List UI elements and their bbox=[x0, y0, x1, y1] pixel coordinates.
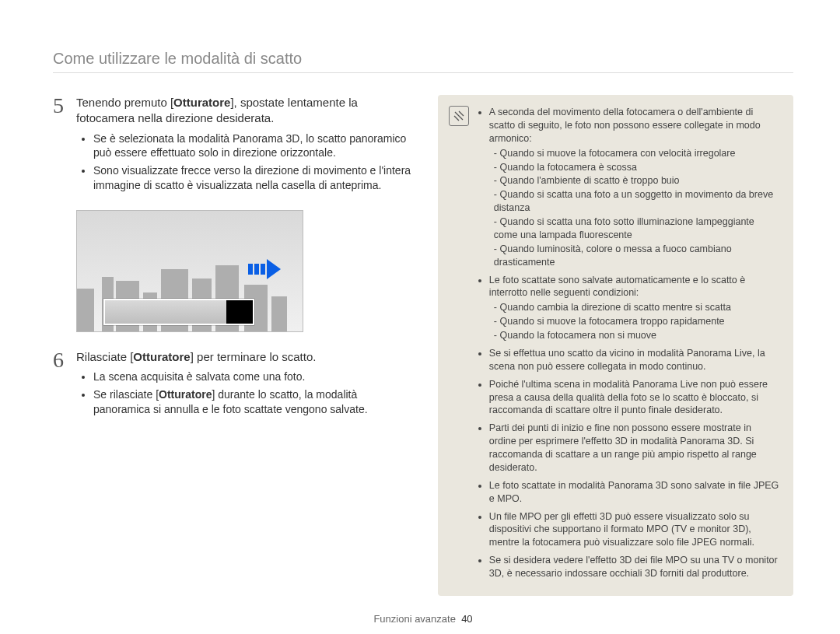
left-column: 5 Tenendo premuto [Otturatore], spostate… bbox=[53, 95, 416, 596]
svg-marker-3 bbox=[267, 259, 281, 279]
bullet: Se rilasciate [Otturatore] durante lo sc… bbox=[93, 387, 416, 417]
note-dash: Quando la fotocamera è scossa bbox=[494, 161, 779, 174]
lead-text: ] per terminare lo scatto. bbox=[191, 350, 317, 363]
svg-rect-2 bbox=[261, 264, 265, 275]
note-item: Le foto scattate in modalità Panorama 3D… bbox=[489, 479, 779, 506]
shutter-label: Otturatore bbox=[159, 388, 212, 401]
progress-strip bbox=[103, 299, 254, 325]
note-item: Parti dei punti di inizio e fine non pos… bbox=[489, 422, 779, 475]
bullet: Se è selezionata la modalità Panorama 3D… bbox=[93, 131, 416, 161]
note-text: Le foto scattate sono salvate automatica… bbox=[489, 275, 745, 299]
note-item: Poiché l'ultima scena in modalità Panora… bbox=[489, 378, 779, 418]
lead-text: Tenendo premuto [ bbox=[76, 96, 173, 109]
page-footer: Funzioni avanzate 40 bbox=[53, 613, 793, 625]
step-number: 6 bbox=[53, 349, 76, 426]
step-bullets: Se è selezionata la modalità Panorama 3D… bbox=[78, 131, 416, 194]
note-item: Se si effettua uno scatto da vicino in m… bbox=[489, 347, 779, 373]
notes-list: A seconda del movimento della fotocamera… bbox=[478, 106, 779, 580]
note-dash: Quando si muove la fotocamera con veloci… bbox=[494, 147, 779, 160]
note-dash: Quando luminosità, colore o messa a fuoc… bbox=[494, 243, 779, 269]
note-item: A seconda del movimento della fotocamera… bbox=[489, 106, 779, 269]
note-dash: Quando si scatta una foto sotto illumina… bbox=[494, 215, 779, 242]
note-dash: Quando l'ambiente di scatto è troppo bui… bbox=[494, 174, 779, 187]
note-icon bbox=[449, 106, 469, 126]
step-6: 6 Rilasciate [Otturatore] per terminare … bbox=[53, 349, 416, 426]
step-bullets: La scena acquisita è salvata come una fo… bbox=[78, 370, 416, 417]
note-dash: Quando si muove la fotocamera troppo rap… bbox=[494, 315, 779, 328]
direction-arrow-icon bbox=[248, 259, 281, 282]
page-number: 40 bbox=[461, 613, 472, 625]
note-dash: Quando si scatta una foto a un soggetto … bbox=[494, 188, 779, 215]
step-lead: Tenendo premuto [Otturatore], spostate l… bbox=[76, 95, 416, 127]
note-item: Se si desidera vedere l'effetto 3D dei f… bbox=[489, 554, 779, 580]
shutter-label: Otturatore bbox=[133, 350, 190, 363]
step-number: 5 bbox=[53, 95, 76, 202]
shutter-label: Otturatore bbox=[173, 96, 230, 109]
page-title: Come utilizzare le modalità di scatto bbox=[53, 50, 793, 73]
step-5: 5 Tenendo premuto [Otturatore], spostate… bbox=[53, 95, 416, 202]
step-lead: Rilasciate [Otturatore] per terminare lo… bbox=[76, 349, 416, 365]
panorama-preview bbox=[76, 210, 303, 332]
footer-section: Funzioni avanzate bbox=[373, 613, 456, 625]
note-box: A seconda del movimento della fotocamera… bbox=[438, 95, 793, 596]
svg-rect-0 bbox=[248, 264, 253, 275]
bullet-text: Se rilasciate [ bbox=[93, 388, 159, 401]
bullet: La scena acquisita è salvata come una fo… bbox=[93, 370, 416, 384]
note-dash: Quando la fotocamera non si muove bbox=[494, 329, 779, 342]
note-text: A seconda del movimento della fotocamera… bbox=[489, 107, 761, 144]
note-dash: Quando cambia la direzione di scatto men… bbox=[494, 301, 779, 314]
bullet: Sono visualizzate frecce verso la direzi… bbox=[93, 163, 416, 193]
svg-rect-1 bbox=[254, 264, 259, 275]
note-item: Un file MPO per gli effetti 3D può esser… bbox=[489, 510, 779, 550]
lead-text: Rilasciate [ bbox=[76, 350, 133, 363]
note-item: Le foto scattate sono salvate automatica… bbox=[489, 274, 779, 342]
right-column: A seconda del movimento della fotocamera… bbox=[438, 95, 793, 596]
